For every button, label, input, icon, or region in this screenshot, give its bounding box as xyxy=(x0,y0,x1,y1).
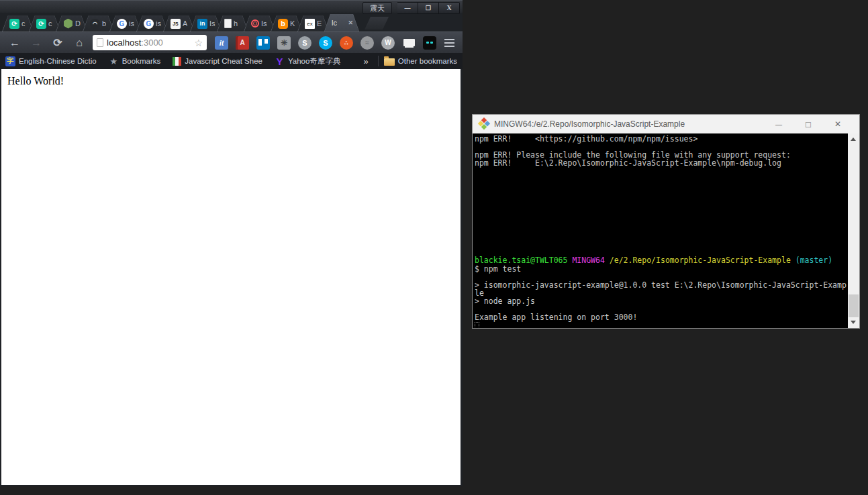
browser-window: 震天 ccDbisisAIshIsKElc✕ ← → ⟳ ⌂ localhost… xyxy=(0,0,463,486)
address-bar[interactable]: localhost:3000 ☆ xyxy=(93,35,207,50)
terminal-scrollbar[interactable] xyxy=(848,133,859,328)
bookmark-item[interactable]: Bookmarks xyxy=(109,56,161,66)
react-devtools-icon[interactable] xyxy=(277,36,291,50)
yahoo-icon xyxy=(275,56,285,66)
scroll-up-icon[interactable] xyxy=(848,133,859,144)
converter-icon xyxy=(36,19,46,29)
other-bookmarks-button[interactable]: Other bookmarks xyxy=(384,57,457,66)
terminal-title: MINGW64:/e/2.Repo/Isomorphic-JavaScript-… xyxy=(494,119,685,129)
robot-icon[interactable] xyxy=(423,36,436,50)
tab-label: K xyxy=(290,19,295,28)
terminal-line: npm ERR! E:\2.Repo\Isomorphic-JavaScript… xyxy=(475,159,848,167)
folder-icon xyxy=(384,58,395,66)
tab-strip: ccDbisisAIshIsKElc✕ xyxy=(0,13,463,32)
tab[interactable]: is xyxy=(109,15,141,32)
star-icon xyxy=(109,56,119,66)
home-button[interactable]: ⌂ xyxy=(71,37,87,49)
it-note-icon[interactable] xyxy=(215,36,228,50)
terminal-output[interactable]: npm ERR! <https://github.com/npm/npm/iss… xyxy=(473,133,848,328)
terminal-cursor xyxy=(475,322,479,328)
desktop: 震天 ccDbisisAIshIsKElc✕ ← → ⟳ ⌂ localhost… xyxy=(0,0,868,495)
google-icon xyxy=(144,19,154,29)
bookmark-item[interactable]: Yahoo奇摩字典 xyxy=(275,56,340,66)
tab[interactable]: E xyxy=(297,15,329,32)
tab-active[interactable]: lc✕ xyxy=(324,14,359,32)
terminal-text: Example app listening on port 3000! xyxy=(475,313,637,322)
term-minimize-button[interactable] xyxy=(764,119,793,129)
tab[interactable]: K xyxy=(271,15,302,32)
bookmark-label: Javascript Cheat Shee xyxy=(185,57,262,65)
term-close-button[interactable] xyxy=(823,119,853,129)
ubuntu-icon[interactable] xyxy=(340,36,353,50)
browser-titlebar[interactable]: 震天 xyxy=(0,1,463,13)
terminal-text: (master) xyxy=(795,256,832,265)
tab[interactable]: is xyxy=(136,15,168,32)
red-dictionary-icon[interactable] xyxy=(236,36,249,50)
terminal-line: > node app.js xyxy=(475,297,848,305)
bookmark-label: Yahoo奇摩字典 xyxy=(288,56,340,66)
terminal-line: Example app listening on port 3000! xyxy=(475,313,848,321)
terminal-text: $ npm test xyxy=(475,264,521,274)
tricolor-icon xyxy=(173,57,181,66)
tab[interactable]: c xyxy=(29,15,60,32)
new-tab-button[interactable] xyxy=(365,17,389,30)
trello-icon[interactable] xyxy=(256,36,270,50)
tab[interactable]: b xyxy=(83,15,114,32)
bookmark-label: Bookmarks xyxy=(122,57,161,65)
tab-label: is xyxy=(156,19,161,28)
screen-share-icon[interactable] xyxy=(402,36,416,50)
forward-button[interactable]: → xyxy=(28,37,44,49)
tab-label: c xyxy=(48,19,52,28)
terminal-line: npm ERR! <https://github.com/npm/npm/iss… xyxy=(475,135,848,143)
other-bookmarks-label: Other bookmarks xyxy=(398,57,457,65)
bookmark-item[interactable]: Javascript Cheat Shee xyxy=(173,57,262,66)
skype-icon[interactable] xyxy=(319,36,332,50)
bookmark-star-icon[interactable]: ☆ xyxy=(194,38,203,48)
hello-world-text: Hello World! xyxy=(1,69,461,87)
converter-icon xyxy=(9,19,19,29)
gray-claw-icon[interactable] xyxy=(360,36,374,50)
nodejs-icon xyxy=(63,19,73,29)
page-content: Hello World! xyxy=(1,69,461,485)
extensions-row xyxy=(215,36,436,50)
bookmarks-bar: English-Chinese DictioBookmarksJavascrip… xyxy=(0,53,463,69)
github-icon xyxy=(90,19,100,29)
url-port: :3000 xyxy=(141,38,163,48)
bookmarks-overflow-chevron[interactable]: » xyxy=(360,56,373,66)
terminal-line: blackie.tsai@TWLT065 MINGW64 /e/2.Repo/I… xyxy=(475,256,848,264)
back-button[interactable]: ← xyxy=(7,37,23,49)
tab[interactable]: c xyxy=(2,15,34,32)
skype-gray-icon[interactable] xyxy=(298,36,311,50)
tab[interactable]: Is xyxy=(190,15,222,32)
terminal-line: $ npm test xyxy=(475,265,848,273)
terminal-line: > isomorphic-javascript-example@1.0.0 te… xyxy=(475,281,848,289)
terminal-text: npm ERR! E:\2.Repo\Isomorphic-JavaScript… xyxy=(475,158,781,168)
terminal-text: > isomorphic-javascript-example@1.0.0 te… xyxy=(475,280,847,290)
bookmark-item[interactable]: English-Chinese Dictio xyxy=(5,56,97,66)
terminal-line xyxy=(475,216,848,224)
tab[interactable]: A xyxy=(163,15,195,32)
terminal-line xyxy=(475,175,848,183)
scroll-down-icon[interactable] xyxy=(848,317,859,328)
linkedin-icon xyxy=(197,19,207,29)
terminal-line xyxy=(475,200,848,208)
tab-label: is xyxy=(129,19,134,28)
scrollbar-thumb[interactable] xyxy=(849,294,859,317)
tab-label: A xyxy=(183,19,187,28)
gray-w-icon[interactable] xyxy=(381,36,395,50)
menu-icon[interactable] xyxy=(442,36,456,50)
term-maximize-button[interactable] xyxy=(793,119,823,129)
terminal-titlebar[interactable]: MINGW64:/e/2.Repo/Isomorphic-JavaScript-… xyxy=(473,115,859,133)
tab[interactable]: h xyxy=(217,15,248,32)
terminal-line xyxy=(475,224,848,232)
tab[interactable]: D xyxy=(56,15,87,32)
tab-label: Is xyxy=(261,19,267,28)
tab-close-icon[interactable]: ✕ xyxy=(348,19,353,26)
tab[interactable]: Is xyxy=(244,15,275,32)
reload-button[interactable]: ⟳ xyxy=(50,36,66,49)
terminal-line xyxy=(475,167,848,175)
blogger-icon xyxy=(278,19,288,29)
terminal-line xyxy=(475,184,848,192)
dictionary-icon xyxy=(5,56,15,66)
tab-label: D xyxy=(75,19,81,28)
